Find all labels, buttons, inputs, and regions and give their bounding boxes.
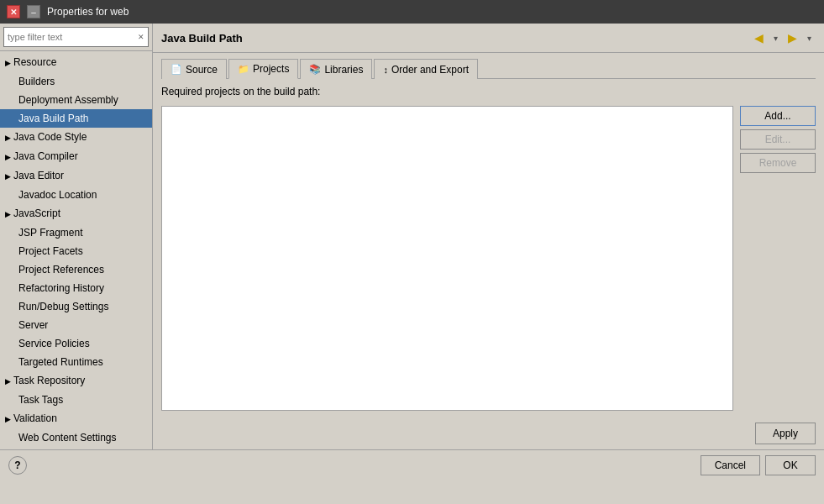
sidebar-item-label: Java Code Style — [13, 131, 87, 143]
sidebar-item-validation[interactable]: ▶Validation — [0, 409, 152, 428]
expand-arrow-icon: ▶ — [5, 169, 13, 184]
sidebar-item-jsp-fragment[interactable]: JSP Fragment — [0, 223, 152, 242]
tab-label-source: Source — [186, 64, 218, 76]
sidebar-item-run-debug-settings[interactable]: Run/Debug Settings — [0, 297, 152, 316]
panel-nav-buttons: ◀ ▾ ▶ ▾ — [750, 29, 816, 47]
sidebar-item-label: Run/Debug Settings — [18, 301, 108, 312]
tab-order-and-export[interactable]: ↕Order and Export — [374, 59, 478, 79]
sidebar-item-deployment-assembly[interactable]: Deployment Assembly — [0, 91, 152, 109]
filter-wrapper: ✕ — [0, 24, 152, 51]
sidebar-item-label: Java Editor — [13, 170, 64, 181]
panel-description: Required projects on the build path: — [161, 86, 816, 97]
content-area: ✕ ▶ResourceBuildersDeployment AssemblyJa… — [0, 24, 824, 449]
nav-back-button[interactable]: ◀ — [750, 29, 768, 47]
cancel-button[interactable]: Cancel — [701, 455, 760, 475]
tabs-area: 📄Source📁Projects📚Libraries↕Order and Exp… — [153, 53, 824, 79]
sidebar-item-java-build-path[interactable]: Java Build Path — [0, 109, 152, 128]
tab-projects[interactable]: 📁Projects — [228, 59, 298, 79]
expand-arrow-icon: ▶ — [5, 412, 13, 427]
tab-icon-source: 📄 — [171, 64, 182, 75]
apply-button[interactable]: Apply — [755, 423, 816, 444]
nav-forward-icon: ▶ — [788, 31, 797, 45]
panel-body: Required projects on the build path: Add… — [153, 79, 824, 417]
sidebar-item-label: Refactoring History — [18, 282, 104, 294]
sidebar-item-project-references[interactable]: Project References — [0, 260, 152, 279]
sidebar-item-task-tags[interactable]: Task Tags — [0, 391, 152, 409]
sidebar-item-refactoring-history[interactable]: Refactoring History — [0, 279, 152, 297]
build-path-list — [161, 106, 733, 411]
sidebar-item-label: JavaScript — [13, 207, 60, 219]
sidebar-item-label: JSP Fragment — [18, 227, 82, 239]
sidebar-item-java-code-style[interactable]: ▶Java Code Style — [0, 128, 152, 147]
sidebar-item-builders[interactable]: Builders — [0, 72, 152, 91]
bottom-left: ? — [8, 456, 27, 475]
expand-arrow-icon: ▶ — [5, 150, 13, 165]
window-title: Properties for web — [47, 6, 129, 18]
add-button[interactable]: Add... — [740, 106, 816, 126]
sidebar-item-label: Web Content Settings — [18, 432, 117, 444]
ok-button[interactable]: OK — [765, 455, 816, 475]
nav-back-dropdown-button[interactable]: ▾ — [769, 31, 782, 45]
expand-arrow-icon: ▶ — [5, 374, 13, 389]
sidebar-item-label: Project Facets — [18, 245, 83, 257]
sidebar-item-resource[interactable]: ▶Resource — [0, 53, 152, 72]
sidebar-item-javadoc-location[interactable]: Javadoc Location — [0, 186, 152, 204]
sidebar-item-java-editor[interactable]: ▶Java Editor — [0, 166, 152, 186]
sidebar-item-label: Resource — [13, 56, 56, 68]
nav-back-dropdown-icon: ▾ — [774, 34, 778, 43]
sidebar-item-targeted-runtimes[interactable]: Targeted Runtimes — [0, 353, 152, 371]
sidebar-item-service-policies[interactable]: Service Policies — [0, 334, 152, 353]
sidebar-item-label: Service Policies — [18, 338, 90, 349]
expand-arrow-icon: ▶ — [5, 130, 13, 145]
edit-button[interactable]: Edit... — [740, 129, 816, 150]
tab-label-order-and-export: Order and Export — [391, 64, 469, 76]
nav-forward-dropdown-button[interactable]: ▾ — [803, 31, 816, 45]
sidebar-item-label: Task Tags — [18, 394, 63, 406]
sidebar-item-label: Java Compiler — [13, 150, 78, 162]
sidebar-item-label: Targeted Runtimes — [18, 356, 103, 368]
nav-back-icon: ◀ — [754, 31, 764, 45]
sidebar-item-label: Server — [18, 319, 48, 331]
sidebar-item-java-compiler[interactable]: ▶Java Compiler — [0, 147, 152, 166]
panel-content-row: Add... Edit... Remove — [161, 106, 816, 411]
remove-button[interactable]: Remove — [740, 153, 816, 173]
sidebar: ✕ ▶ResourceBuildersDeployment AssemblyJa… — [0, 24, 153, 449]
tab-source[interactable]: 📄Source — [161, 59, 227, 79]
filter-text-input[interactable] — [8, 32, 131, 42]
sidebar-list: ▶ResourceBuildersDeployment AssemblyJava… — [0, 51, 152, 449]
minimize-button[interactable]: – — [27, 5, 40, 18]
bottom-right: Cancel OK — [701, 455, 816, 475]
close-button[interactable]: ✕ — [7, 5, 20, 18]
sidebar-item-label: Builders — [18, 76, 55, 87]
panel-header: Java Build Path ◀ ▾ ▶ ▾ — [153, 24, 824, 53]
filter-input-box[interactable]: ✕ — [3, 27, 149, 47]
tab-label-libraries: Libraries — [324, 64, 363, 76]
help-button[interactable]: ? — [8, 456, 27, 475]
expand-arrow-icon: ▶ — [5, 207, 13, 222]
sidebar-item-web-content-settings[interactable]: Web Content Settings — [0, 428, 152, 447]
sidebar-item-task-repository[interactable]: ▶Task Repository — [0, 371, 152, 391]
sidebar-item-label: Validation — [13, 412, 57, 424]
tab-icon-order-and-export: ↕ — [383, 65, 388, 75]
nav-forward-dropdown-icon: ▾ — [807, 34, 811, 43]
content-buttons: Add... Edit... Remove — [740, 106, 816, 411]
tab-icon-projects: 📁 — [238, 64, 249, 75]
sidebar-item-project-facets[interactable]: Project Facets — [0, 242, 152, 260]
panel-title: Java Build Path — [161, 32, 243, 45]
right-panel: Java Build Path ◀ ▾ ▶ ▾ — [153, 24, 824, 449]
tab-icon-libraries: 📚 — [309, 64, 321, 75]
sidebar-item-label: Deployment Assembly — [18, 94, 118, 106]
bottom-bar: ? Cancel OK — [0, 449, 824, 480]
clear-filter-icon[interactable]: ✕ — [138, 33, 144, 41]
tabs-row: 📄Source📁Projects📚Libraries↕Order and Exp… — [161, 58, 816, 79]
sidebar-item-label: Project References — [18, 264, 104, 276]
sidebar-item-server[interactable]: Server — [0, 316, 152, 334]
apply-row: Apply — [153, 417, 824, 449]
tab-libraries[interactable]: 📚Libraries — [300, 59, 372, 79]
title-bar: ✕ – Properties for web — [0, 0, 824, 24]
sidebar-item-label: Javadoc Location — [18, 189, 97, 201]
expand-arrow-icon: ▶ — [5, 55, 13, 71]
sidebar-item-label: Java Build Path — [18, 113, 88, 124]
sidebar-item-javascript[interactable]: ▶JavaScript — [0, 204, 152, 223]
nav-forward-button[interactable]: ▶ — [784, 29, 801, 47]
